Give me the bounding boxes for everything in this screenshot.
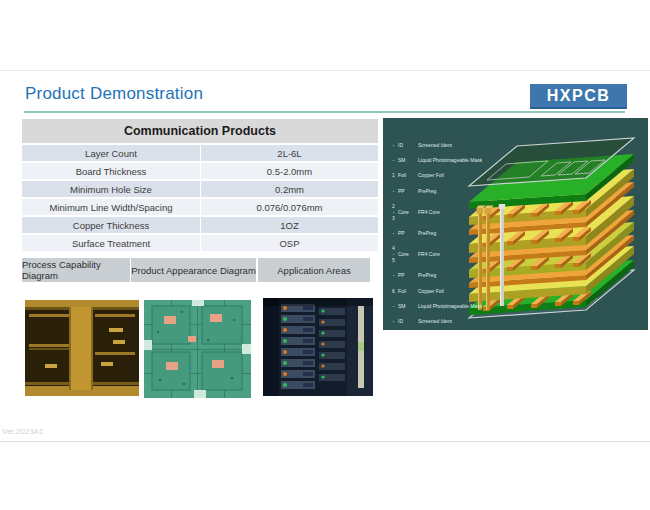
table-row: Surface Treatment OSP: [22, 235, 378, 251]
legend-row: -PPPrePreg: [389, 272, 513, 278]
row-value: OSP: [200, 235, 378, 251]
layer-abbr: ID: [398, 318, 418, 324]
tab-application-areas[interactable]: Application Areas: [258, 258, 370, 282]
row-value: 0.5-2.0mm: [200, 163, 378, 179]
row-value: 0.2mm: [200, 181, 378, 197]
layer-number: -: [389, 230, 398, 236]
row-label: Board Thickness: [22, 163, 200, 179]
layer-number: -: [389, 272, 398, 278]
layer-desc: Copper Foil: [418, 172, 513, 178]
table-row: Copper Thickness 1OZ: [22, 217, 378, 233]
pcb-board-photo: [144, 300, 251, 398]
spec-table-title: Communication Products: [22, 119, 378, 143]
row-label: Surface Treatment: [22, 235, 200, 251]
stackup-legend: -IDScreened Ident -SMLiquid Photoimageab…: [389, 142, 513, 324]
layer-number: 4 - 5: [389, 245, 398, 263]
layer-desc: Liquid Photoimageable Mask: [418, 303, 513, 309]
legend-row: -IDScreened Ident: [389, 142, 513, 148]
legend-row: -SMLiquid Photoimageable Mask: [389, 157, 513, 163]
slide-root: Product Demonstration HXPCB Communicatio…: [0, 0, 650, 510]
server-rack-photo: [263, 298, 373, 396]
layer-abbr: ID: [398, 142, 418, 148]
tab-product-appearance[interactable]: Product Appearance Diagram: [131, 258, 256, 282]
layer-desc: Copper Foil: [418, 288, 513, 294]
layer-abbr: PP: [398, 188, 418, 194]
layer-abbr: PP: [398, 272, 418, 278]
layer-abbr: Core: [398, 251, 418, 257]
version-label: Ver.2023A1: [2, 427, 43, 436]
layer-abbr: Foil: [398, 172, 418, 178]
row-value: 2L-6L: [200, 145, 378, 161]
stackup-panel: -IDScreened Ident -SMLiquid Photoimageab…: [383, 118, 648, 330]
legend-row: -PPPrePreg: [389, 230, 513, 236]
layer-abbr: Core: [398, 209, 418, 215]
layer-number: 2 - 3: [389, 203, 398, 221]
row-label: Layer Count: [22, 145, 200, 161]
legend-row: 2 - 3CoreFR4 Core: [389, 203, 513, 221]
top-divider: [0, 70, 650, 71]
layer-desc: PrePreg: [418, 230, 513, 236]
layer-abbr: Foil: [398, 288, 418, 294]
row-label: Minimum Hole Size: [22, 181, 200, 197]
footer-divider: [0, 441, 650, 442]
layer-abbr: PP: [398, 230, 418, 236]
spec-table: Communication Products Layer Count 2L-6L…: [22, 119, 378, 253]
layer-desc: Liquid Photoimageable Mask: [418, 157, 513, 163]
layer-number: -: [389, 188, 398, 194]
row-label: Copper Thickness: [22, 217, 200, 233]
row-value: 1OZ: [200, 217, 378, 233]
table-row: Minimum Line Width/Spacing 0.076/0.076mm: [22, 199, 378, 215]
layer-desc: Screened Ident: [418, 142, 513, 148]
layer-desc: Screened Ident: [418, 318, 513, 324]
title-underline: [24, 111, 625, 113]
row-label: Minimum Line Width/Spacing: [22, 199, 200, 215]
company-logo: HXPCB: [530, 84, 627, 109]
layer-number: 6: [389, 288, 398, 294]
layer-abbr: SM: [398, 303, 418, 309]
layer-desc: PrePreg: [418, 272, 513, 278]
layer-number: -: [389, 157, 398, 163]
legend-row: -SMLiquid Photoimageable Mask: [389, 303, 513, 309]
layer-number: -: [389, 303, 398, 309]
legend-row: 6FoilCopper Foil: [389, 288, 513, 294]
table-row: Minimum Hole Size 0.2mm: [22, 181, 378, 197]
pcb-cross-section-photo: [25, 300, 139, 396]
page-title: Product Demonstration: [25, 84, 203, 104]
row-value: 0.076/0.076mm: [200, 199, 378, 215]
table-row: Board Thickness 0.5-2.0mm: [22, 163, 378, 179]
table-row: Layer Count 2L-6L: [22, 145, 378, 161]
layer-desc: FR4 Core: [418, 251, 513, 257]
layer-number: -: [389, 318, 398, 324]
layer-number: -: [389, 142, 398, 148]
layer-abbr: SM: [398, 157, 418, 163]
legend-row: 4 - 5CoreFR4 Core: [389, 245, 513, 263]
tab-process-capability[interactable]: Process Capability Diagram: [22, 258, 130, 282]
legend-row: -IDScreened Ident: [389, 318, 513, 324]
legend-row: -PPPrePreg: [389, 188, 513, 194]
legend-row: 1FoilCopper Foil: [389, 172, 513, 178]
layer-number: 1: [389, 172, 398, 178]
layer-desc: FR4 Core: [418, 209, 513, 215]
layer-desc: PrePreg: [418, 188, 513, 194]
